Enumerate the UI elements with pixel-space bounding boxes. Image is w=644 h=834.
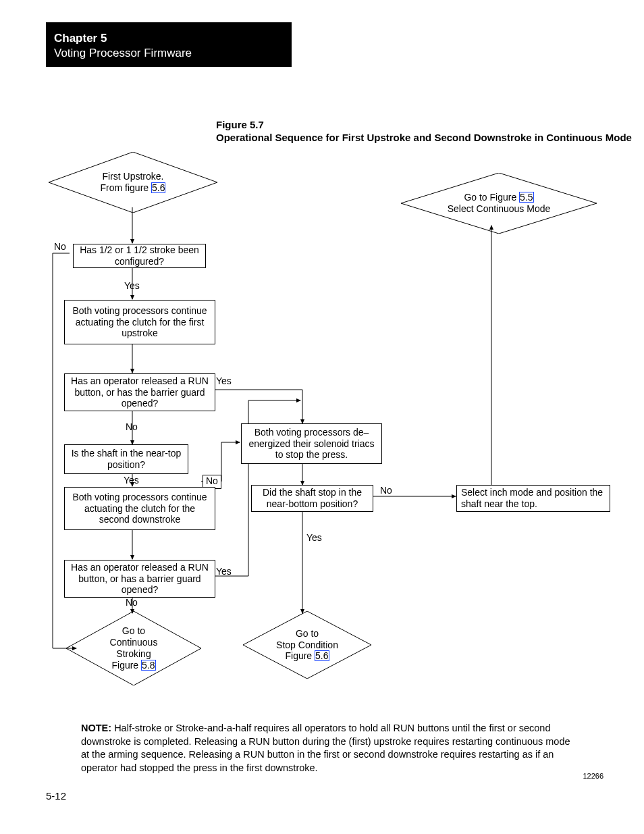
page: Chapter 5 Voting Processor Firmware Figu… (0, 0, 644, 834)
yes-label: Yes (216, 375, 232, 387)
goto-stop-text: Go to Stop Condition Figure 5.6 (243, 611, 371, 679)
figure-title: Operational Sequence for First Upstroke … (216, 132, 632, 143)
p-upstroke: Both voting processors continue actuatin… (64, 300, 215, 344)
goto-stop-diamond: Go to Stop Condition Figure 5.6 (243, 611, 371, 679)
chapter-number: Chapter 5 (54, 32, 284, 45)
figure-number: Figure 5.7 (216, 119, 632, 130)
p-deenergize: Both voting processors de–energized thei… (241, 423, 382, 464)
page-number: 5-12 (46, 790, 66, 802)
p-downstroke: Both voting processors continue actuatin… (64, 487, 215, 530)
figure-caption: Figure 5.7 Operational Sequence for Firs… (216, 119, 632, 143)
goto-cont-text: Go to Continuous Stroking Figure 5.8 (66, 611, 201, 685)
no-label: No (126, 597, 138, 608)
link-fig-5-6b[interactable]: 5.6 (315, 650, 329, 661)
q-run1: Has an operator released a RUN button, o… (64, 373, 215, 411)
yes-label: Yes (306, 532, 322, 544)
link-fig-5-5[interactable]: 5.5 (519, 192, 533, 203)
q-near-top: Is the shaft in the near-top position? (64, 444, 188, 474)
no-label: No (54, 241, 66, 253)
p-inch: Select inch mode and position the shaft … (456, 485, 610, 512)
link-fig-5-8[interactable]: 5.8 (141, 660, 155, 671)
link-fig-5-6[interactable]: 5.6 (151, 182, 165, 193)
chapter-header: Chapter 5 Voting Processor Firmware (46, 22, 292, 67)
yes-label: Yes (216, 566, 232, 577)
yes-label: Yes (124, 280, 140, 292)
note-text: NOTE: Half-stroke or Stroke-and-a-half r… (81, 722, 579, 775)
yes-label: Yes (124, 475, 139, 486)
no-label: No (380, 485, 392, 496)
goto-cont-diamond: Go to Continuous Stroking Figure 5.8 (66, 611, 201, 685)
q-near-bottom: Did the shaft stop in the near-bottom po… (251, 485, 373, 512)
goto-select-text: Go to Figure 5.5 Select Continuous Mode (401, 173, 597, 234)
figure-id: 12266 (583, 772, 603, 780)
start-text: First Upstroke. From figure 5.6 (49, 152, 217, 213)
chapter-title: Voting Processor Firmware (54, 47, 284, 60)
goto-select-diamond: Go to Figure 5.5 Select Continuous Mode (401, 173, 597, 234)
start-diamond: First Upstroke. From figure 5.6 (49, 152, 217, 213)
q-stroke-cfg: Has 1/2 or 1 1/2 stroke been configured? (73, 244, 206, 268)
q-run2: Has an operator released a RUN button, o… (64, 560, 215, 598)
no-label: No (126, 421, 138, 433)
